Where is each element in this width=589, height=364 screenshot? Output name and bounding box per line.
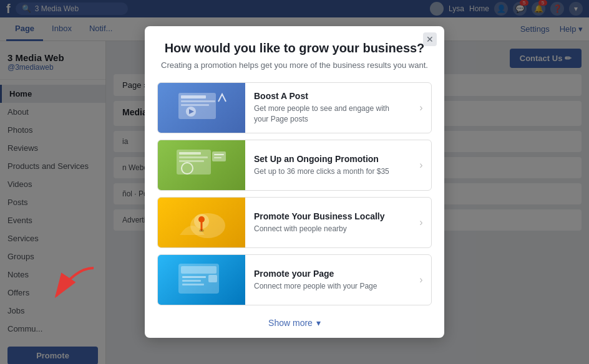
promo-text-ongoing: Set Up an Ongoing Promotion Get up to 36… bbox=[245, 148, 411, 183]
promo-option-boost[interactable]: Boost A Post Get more people to see and … bbox=[157, 82, 432, 133]
promo-text-boost: Boost A Post Get more people to see and … bbox=[245, 85, 411, 131]
ongoing-desc: Get up to 36 more clicks a month for $35 bbox=[254, 166, 402, 177]
boost-arrow: › bbox=[411, 102, 431, 113]
show-more-button[interactable]: Show more ▾ bbox=[157, 312, 432, 330]
svg-rect-11 bbox=[212, 151, 226, 161]
promo-thumb-page bbox=[158, 255, 245, 305]
promo-thumb-ongoing bbox=[158, 140, 245, 190]
promo-option-ongoing[interactable]: Set Up an Ongoing Promotion Get up to 36… bbox=[157, 140, 432, 191]
promote-modal: ✕ How would you like to grow your busine… bbox=[145, 26, 444, 338]
promo-text-page: Promote your Page Connect more people wi… bbox=[245, 262, 411, 298]
promo-text-local: Promote Your Business Locally Connect wi… bbox=[245, 205, 411, 241]
show-more-label: Show more bbox=[268, 318, 313, 328]
svg-rect-9 bbox=[179, 160, 204, 162]
svg-rect-2 bbox=[181, 100, 215, 102]
modal-close-button[interactable]: ✕ bbox=[423, 32, 437, 46]
promo-option-local[interactable]: Promote Your Business Locally Connect wi… bbox=[157, 197, 432, 248]
show-more-icon: ▾ bbox=[316, 318, 321, 328]
svg-rect-22 bbox=[182, 284, 204, 285]
svg-rect-1 bbox=[181, 95, 206, 98]
promote-page-desc: Connect more people with your Page bbox=[254, 281, 402, 292]
promote-page-title: Promote your Page bbox=[254, 269, 402, 279]
local-arrow: › bbox=[411, 217, 431, 228]
promo-thumb-boost bbox=[158, 83, 245, 133]
svg-point-17 bbox=[199, 229, 204, 232]
modal-title: How would you like to grow your business… bbox=[157, 41, 432, 55]
promo-option-page[interactable]: Promote your Page Connect more people wi… bbox=[157, 254, 432, 305]
svg-rect-13 bbox=[214, 157, 221, 158]
svg-rect-3 bbox=[181, 104, 209, 106]
local-title: Promote Your Business Locally bbox=[254, 211, 402, 221]
modal-subtitle: Creating a promotion helps get you more … bbox=[157, 60, 432, 70]
svg-rect-12 bbox=[214, 154, 224, 155]
svg-rect-23 bbox=[208, 275, 217, 282]
svg-rect-8 bbox=[179, 156, 208, 158]
ongoing-arrow: › bbox=[411, 160, 431, 171]
ongoing-title: Set Up an Ongoing Promotion bbox=[254, 154, 402, 164]
promo-thumb-local bbox=[158, 198, 245, 247]
svg-rect-7 bbox=[179, 152, 201, 155]
boost-desc: Get more people to see and engage with y… bbox=[254, 103, 402, 125]
svg-rect-21 bbox=[182, 280, 201, 282]
page-arrow: › bbox=[411, 274, 431, 285]
boost-title: Boost A Post bbox=[254, 91, 402, 101]
modal-overlay: ✕ How would you like to grow your busine… bbox=[0, 0, 589, 364]
local-desc: Connect with people nearby bbox=[254, 224, 402, 234]
svg-rect-20 bbox=[182, 276, 206, 278]
svg-rect-19 bbox=[181, 266, 217, 274]
